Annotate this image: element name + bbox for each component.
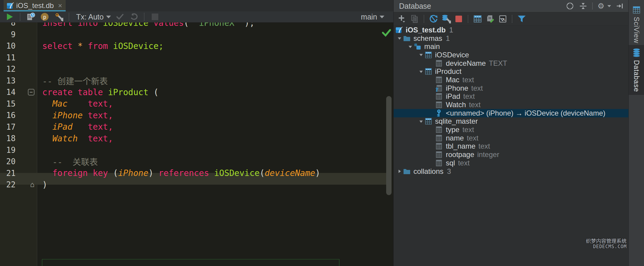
tree-node-type: text [462, 76, 474, 84]
locate-icon[interactable] [566, 2, 574, 10]
tree-node-label: Watch [446, 101, 466, 109]
tree-row-sql[interactable]: sqltext [394, 159, 628, 167]
tree-row-iosdevice[interactable]: iOSDevice [394, 51, 628, 59]
database-panel-header: Database ⚙ [394, 0, 628, 12]
code-line-11[interactable]: 11 [0, 52, 393, 64]
inspections-ok-icon[interactable] [382, 29, 391, 37]
chevron-down-icon [380, 16, 384, 18]
code-line-9[interactable]: 9 [0, 29, 393, 41]
code-line-21[interactable]: 21 foreign key (iPhone) references iOSDe… [0, 168, 393, 179]
code-line-13[interactable]: 13-- 创建一个新表 [0, 75, 393, 87]
code-line-16[interactable]: 16 iPhone text, [0, 110, 393, 121]
ide-window: iOS_test.db × p Tx: Auto [0, 0, 644, 266]
editor-vertical-scrollbar[interactable] [386, 96, 392, 195]
hide-panel-icon[interactable] [616, 2, 624, 10]
tree-row--unnamed-iphone-iosdevice-devicename-[interactable]: <unnamed> (iPhone) → iOSDevice (deviceNa… [394, 109, 628, 117]
stop-button[interactable] [150, 12, 160, 21]
code-line-10[interactable]: 10select * from iOSDevice; [0, 40, 393, 52]
chevron-expanded-icon[interactable] [406, 44, 414, 49]
tree-row-watch[interactable]: Watchtext [394, 101, 628, 109]
tree-row-main[interactable]: main [394, 42, 628, 51]
table-data-button[interactable] [473, 14, 482, 23]
code-line-18[interactable]: 18 Watch text, [0, 133, 393, 144]
tree-node-label: deviceName [446, 59, 486, 68]
chevron-expanded-icon[interactable] [417, 119, 425, 124]
tree-node-label: sqlite_master [435, 117, 478, 125]
code-line-8[interactable]: 8insert into iOSDevice values( 'iPhoneX'… [0, 23, 393, 29]
watermark: 织梦内容管理系统 DEDECMS.COM [586, 238, 627, 249]
chevron-expanded-icon[interactable] [417, 69, 425, 74]
svg-text:'QL: 'QL [500, 17, 505, 21]
code-line-17[interactable]: 17 iPad text, [0, 121, 393, 133]
collapse-all-icon[interactable] [579, 2, 587, 10]
data-source-properties-button[interactable] [441, 14, 451, 23]
tree-row-collations[interactable]: collations3 [394, 167, 628, 176]
toolwindow-tab-label: Database [632, 60, 640, 92]
modify-table-button[interactable] [485, 14, 495, 23]
tab-close-icon[interactable]: × [58, 2, 62, 9]
tree-node-label: iPad [446, 92, 460, 101]
tree-row-iphone[interactable]: iPhonetext [394, 84, 628, 92]
tree-row-type[interactable]: typetext [394, 125, 628, 134]
code-line-20[interactable]: 20 -- 关联表 [0, 156, 393, 168]
tool-window-bar: SciView Database [629, 0, 644, 266]
code-editor[interactable]: 8insert into iOSDevice values( 'iPhoneX'… [0, 23, 393, 266]
settings-wrench-button[interactable] [54, 12, 63, 21]
line-number: 16 [0, 111, 16, 120]
tree-row-rootpage[interactable]: rootpageinteger [394, 150, 628, 159]
filter-button[interactable] [517, 14, 526, 23]
editor-toolbar: p Tx: Auto [0, 11, 393, 23]
chevron-expanded-icon[interactable] [417, 53, 425, 57]
line-number: 17 [0, 122, 16, 131]
tree-node-label: iOS_test.db [406, 26, 446, 34]
tree-row-mac[interactable]: Mactext [394, 76, 628, 84]
toolwindow-tab-database[interactable]: Database [629, 45, 644, 95]
tx-mode-selector[interactable]: Tx: Auto [75, 13, 111, 21]
tree-row-ipad[interactable]: iPadtext [394, 92, 628, 101]
code-line-19[interactable]: 19 [0, 144, 393, 156]
tree-row-sqlite_master[interactable]: sqlite_master [394, 117, 628, 126]
schema-switcher[interactable]: main [361, 13, 384, 21]
code-line-22[interactable]: 22⌂) [0, 179, 393, 191]
parameters-button[interactable]: p [40, 12, 49, 21]
svg-text:p: p [43, 14, 46, 20]
refresh-button[interactable] [429, 14, 438, 23]
query-history-button[interactable] [26, 12, 36, 21]
code-text: iPad text, [37, 122, 113, 132]
line-number: 11 [0, 53, 16, 62]
column-icon [436, 151, 445, 158]
code-text: Watch text, [37, 134, 113, 144]
tree-row-ios_test-db[interactable]: iOS_test.db1 [394, 26, 628, 34]
table-icon [425, 68, 434, 75]
code-line-12[interactable]: 12 [0, 63, 393, 75]
column-icon [436, 135, 445, 142]
table-icon [425, 118, 434, 125]
code-line-14[interactable]: 14−create table iProduct ( [0, 86, 393, 98]
gear-menu[interactable]: ⚙ [598, 2, 611, 10]
query-console-button[interactable]: 'QL [498, 14, 508, 23]
tree-row-tbl_name[interactable]: tbl_nametext [394, 142, 628, 151]
tree-node-type: text [462, 125, 474, 134]
folder-icon [403, 35, 412, 41]
header-separator [592, 2, 593, 10]
tree-row-name[interactable]: nametext [394, 134, 628, 142]
toolwindow-tab-sciview[interactable]: SciView [629, 3, 644, 46]
tree-row-devicename[interactable]: deviceNameTEXT [394, 59, 628, 68]
commit-button[interactable] [115, 12, 125, 21]
rollback-button[interactable] [129, 12, 139, 21]
tree-row-schemas[interactable]: schemas1 [394, 34, 628, 43]
fold-marker-icon[interactable]: ⌂ [16, 181, 37, 188]
tree-node-label: main [424, 42, 440, 51]
tree-node-type: text [469, 101, 481, 109]
tree-row-iproduct[interactable]: iProduct [394, 67, 628, 76]
fold-marker-icon[interactable]: − [16, 89, 37, 95]
tab-ios-test-db[interactable]: iOS_test.db × [4, 0, 66, 11]
duplicate-button[interactable] [410, 14, 419, 23]
stop-query-button[interactable] [454, 14, 464, 23]
chevron-expanded-icon[interactable] [395, 36, 403, 41]
add-data-source-button[interactable] [397, 14, 407, 23]
code-line-15[interactable]: 15 Mac text, [0, 98, 393, 110]
run-button[interactable] [5, 12, 14, 21]
chevron-collapsed-icon[interactable] [395, 169, 403, 174]
code-text: iPhone text, [37, 110, 113, 120]
